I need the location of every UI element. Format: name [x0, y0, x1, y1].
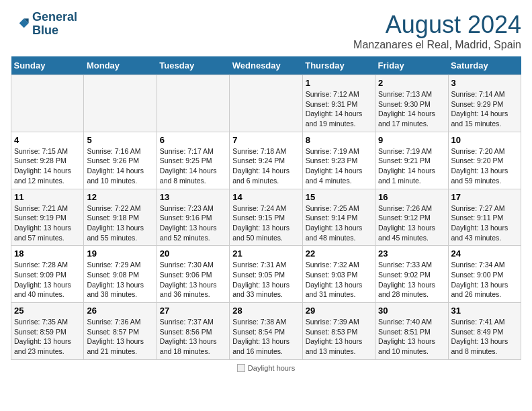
- col-header-saturday: Saturday: [448, 56, 521, 75]
- day-info: Sunrise: 7:12 AM Sunset: 9:31 PM Dayligh…: [306, 89, 372, 129]
- col-header-sunday: Sunday: [11, 56, 84, 75]
- calendar-cell: 10Sunrise: 7:20 AM Sunset: 9:20 PM Dayli…: [448, 132, 521, 189]
- calendar-cell: [84, 75, 157, 132]
- calendar-week-2: 4Sunrise: 7:15 AM Sunset: 9:28 PM Daylig…: [11, 132, 521, 189]
- calendar-cell: 23Sunrise: 7:33 AM Sunset: 9:02 PM Dayli…: [375, 246, 448, 303]
- day-info: Sunrise: 7:40 AM Sunset: 8:51 PM Dayligh…: [378, 317, 445, 357]
- calendar-cell: 19Sunrise: 7:29 AM Sunset: 9:08 PM Dayli…: [84, 246, 157, 303]
- day-number: 22: [306, 248, 372, 259]
- day-info: Sunrise: 7:30 AM Sunset: 9:06 PM Dayligh…: [160, 260, 226, 300]
- legend-box: [237, 364, 245, 372]
- day-info: Sunrise: 7:13 AM Sunset: 9:30 PM Dayligh…: [378, 89, 445, 129]
- day-info: Sunrise: 7:29 AM Sunset: 9:08 PM Dayligh…: [87, 260, 153, 300]
- calendar-cell: 17Sunrise: 7:27 AM Sunset: 9:11 PM Dayli…: [448, 189, 521, 246]
- calendar-cell: 1Sunrise: 7:12 AM Sunset: 9:31 PM Daylig…: [302, 75, 375, 132]
- logo-line1: General: [32, 11, 77, 24]
- day-number: 1: [306, 78, 372, 88]
- day-info: Sunrise: 7:37 AM Sunset: 8:56 PM Dayligh…: [160, 317, 226, 357]
- col-header-tuesday: Tuesday: [157, 56, 229, 75]
- day-info: Sunrise: 7:41 AM Sunset: 8:49 PM Dayligh…: [451, 317, 518, 357]
- day-info: Sunrise: 7:20 AM Sunset: 9:20 PM Dayligh…: [451, 146, 518, 186]
- day-number: 25: [14, 306, 81, 316]
- calendar-cell: 24Sunrise: 7:34 AM Sunset: 9:00 PM Dayli…: [448, 246, 521, 303]
- calendar-week-1: 1Sunrise: 7:12 AM Sunset: 9:31 PM Daylig…: [11, 75, 521, 132]
- day-number: 8: [306, 135, 372, 145]
- day-info: Sunrise: 7:17 AM Sunset: 9:25 PM Dayligh…: [160, 146, 226, 186]
- day-number: 3: [451, 78, 518, 88]
- calendar-cell: 2Sunrise: 7:13 AM Sunset: 9:30 PM Daylig…: [375, 75, 448, 132]
- calendar-cell: [230, 75, 302, 132]
- footer: Daylight hours: [11, 364, 521, 372]
- calendar-cell: 15Sunrise: 7:25 AM Sunset: 9:14 PM Dayli…: [302, 189, 375, 246]
- day-number: 18: [14, 248, 81, 259]
- day-number: 2: [378, 78, 445, 88]
- logo-icon: [11, 15, 30, 34]
- day-number: 12: [87, 192, 153, 202]
- day-number: 13: [160, 192, 226, 202]
- calendar-cell: [11, 75, 84, 132]
- subtitle: Manzanares el Real, Madrid, Spain: [353, 39, 521, 51]
- day-number: 30: [378, 306, 445, 316]
- main-title: August 2024: [353, 11, 521, 39]
- calendar-cell: 4Sunrise: 7:15 AM Sunset: 9:28 PM Daylig…: [11, 132, 84, 189]
- logo: General Blue: [11, 11, 77, 38]
- calendar-cell: 9Sunrise: 7:19 AM Sunset: 9:21 PM Daylig…: [375, 132, 448, 189]
- calendar-cell: 22Sunrise: 7:32 AM Sunset: 9:03 PM Dayli…: [302, 246, 375, 303]
- day-info: Sunrise: 7:22 AM Sunset: 9:18 PM Dayligh…: [87, 203, 153, 243]
- day-number: 29: [306, 306, 372, 316]
- day-info: Sunrise: 7:31 AM Sunset: 9:05 PM Dayligh…: [232, 260, 299, 300]
- day-number: 5: [87, 135, 153, 145]
- col-header-monday: Monday: [84, 56, 157, 75]
- day-info: Sunrise: 7:25 AM Sunset: 9:14 PM Dayligh…: [306, 203, 372, 243]
- day-number: 27: [160, 306, 226, 316]
- col-header-wednesday: Wednesday: [230, 56, 302, 75]
- day-number: 10: [451, 135, 518, 145]
- calendar-cell: 14Sunrise: 7:24 AM Sunset: 9:15 PM Dayli…: [230, 189, 302, 246]
- day-info: Sunrise: 7:39 AM Sunset: 8:53 PM Dayligh…: [306, 317, 372, 357]
- calendar-cell: 16Sunrise: 7:26 AM Sunset: 9:12 PM Dayli…: [375, 189, 448, 246]
- day-info: Sunrise: 7:28 AM Sunset: 9:09 PM Dayligh…: [14, 260, 81, 300]
- day-info: Sunrise: 7:26 AM Sunset: 9:12 PM Dayligh…: [378, 203, 445, 243]
- day-info: Sunrise: 7:16 AM Sunset: 9:26 PM Dayligh…: [87, 146, 153, 186]
- daylight-legend: Daylight hours: [237, 364, 295, 372]
- col-header-friday: Friday: [375, 56, 448, 75]
- calendar-cell: 18Sunrise: 7:28 AM Sunset: 9:09 PM Dayli…: [11, 246, 84, 303]
- calendar-cell: 12Sunrise: 7:22 AM Sunset: 9:18 PM Dayli…: [84, 189, 157, 246]
- daylight-label: Daylight hours: [248, 364, 295, 372]
- day-number: 23: [378, 248, 445, 259]
- day-number: 17: [451, 192, 518, 202]
- day-number: 26: [87, 306, 153, 316]
- day-number: 19: [87, 248, 153, 259]
- day-number: 31: [451, 306, 518, 316]
- calendar-cell: 20Sunrise: 7:30 AM Sunset: 9:06 PM Dayli…: [157, 246, 229, 303]
- day-info: Sunrise: 7:27 AM Sunset: 9:11 PM Dayligh…: [451, 203, 518, 243]
- day-info: Sunrise: 7:34 AM Sunset: 9:00 PM Dayligh…: [451, 260, 518, 300]
- calendar-cell: 21Sunrise: 7:31 AM Sunset: 9:05 PM Dayli…: [230, 246, 302, 303]
- day-info: Sunrise: 7:33 AM Sunset: 9:02 PM Dayligh…: [378, 260, 445, 300]
- calendar-cell: 5Sunrise: 7:16 AM Sunset: 9:26 PM Daylig…: [84, 132, 157, 189]
- day-info: Sunrise: 7:21 AM Sunset: 9:19 PM Dayligh…: [14, 203, 81, 243]
- calendar-cell: 8Sunrise: 7:19 AM Sunset: 9:23 PM Daylig…: [302, 132, 375, 189]
- day-number: 16: [378, 192, 445, 202]
- calendar-cell: 30Sunrise: 7:40 AM Sunset: 8:51 PM Dayli…: [375, 303, 448, 360]
- day-number: 24: [451, 248, 518, 259]
- day-number: 9: [378, 135, 445, 145]
- calendar-table: SundayMondayTuesdayWednesdayThursdayFrid…: [11, 56, 521, 360]
- calendar-cell: 26Sunrise: 7:36 AM Sunset: 8:57 PM Dayli…: [84, 303, 157, 360]
- day-number: 14: [232, 192, 299, 202]
- calendar-cell: 3Sunrise: 7:14 AM Sunset: 9:29 PM Daylig…: [448, 75, 521, 132]
- day-info: Sunrise: 7:36 AM Sunset: 8:57 PM Dayligh…: [87, 317, 153, 357]
- day-number: 4: [14, 135, 81, 145]
- calendar-cell: 27Sunrise: 7:37 AM Sunset: 8:56 PM Dayli…: [157, 303, 229, 360]
- day-number: 21: [232, 248, 299, 259]
- day-number: 20: [160, 248, 226, 259]
- col-header-thursday: Thursday: [302, 56, 375, 75]
- calendar-cell: 13Sunrise: 7:23 AM Sunset: 9:16 PM Dayli…: [157, 189, 229, 246]
- calendar-week-4: 18Sunrise: 7:28 AM Sunset: 9:09 PM Dayli…: [11, 246, 521, 303]
- day-info: Sunrise: 7:19 AM Sunset: 9:23 PM Dayligh…: [306, 146, 372, 186]
- day-info: Sunrise: 7:38 AM Sunset: 8:54 PM Dayligh…: [232, 317, 299, 357]
- calendar-cell: 28Sunrise: 7:38 AM Sunset: 8:54 PM Dayli…: [230, 303, 302, 360]
- day-info: Sunrise: 7:15 AM Sunset: 9:28 PM Dayligh…: [14, 146, 81, 186]
- calendar-week-5: 25Sunrise: 7:35 AM Sunset: 8:59 PM Dayli…: [11, 303, 521, 360]
- calendar-cell: 25Sunrise: 7:35 AM Sunset: 8:59 PM Dayli…: [11, 303, 84, 360]
